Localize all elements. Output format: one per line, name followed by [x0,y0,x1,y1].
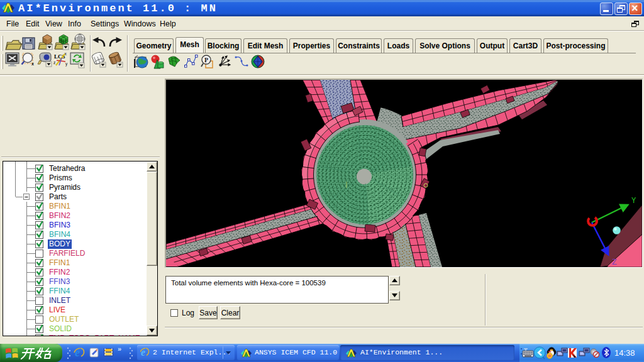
svg-text:x: x [31,62,34,66]
svg-text:»: » [118,345,121,353]
svg-text:FFIN1: FFIN1 [49,258,70,267]
svg-text:P: P [204,57,208,63]
svg-text:BFIN1: BFIN1 [49,202,70,211]
svg-text:z: z [53,60,55,65]
svg-text:Tetrahedra: Tetrahedra [49,164,86,173]
svg-text:y: y [65,62,68,67]
svg-text:BFIN4: BFIN4 [49,230,70,239]
svg-text:SOLID: SOLID [49,324,72,333]
svg-text:TMP_TOPO_PART_NAME: TMP_TOPO_PART_NAME [49,334,140,336]
svg-text:FFIN3: FFIN3 [49,277,70,286]
svg-text:Y: Y [631,197,636,206]
svg-text:Z: Z [612,258,617,267]
svg-text:FFIN4: FFIN4 [49,287,70,295]
svg-text:OUTLET: OUTLET [49,315,79,324]
svg-text:FFIN2: FFIN2 [49,268,70,277]
svg-text:Prisms: Prisms [49,173,72,182]
svg-text:FARFIELD: FARFIELD [49,249,86,258]
svg-text:BODY: BODY [49,239,70,248]
svg-text:BFIN2: BFIN2 [49,211,70,220]
svg-text:INLET: INLET [49,296,71,305]
svg-text:Pyramids: Pyramids [49,183,80,192]
svg-text:BFIN3: BFIN3 [49,221,70,229]
svg-text:14:38: 14:38 [614,348,635,358]
svg-text:Parts: Parts [49,192,67,201]
svg-text:LIVE: LIVE [49,305,65,314]
